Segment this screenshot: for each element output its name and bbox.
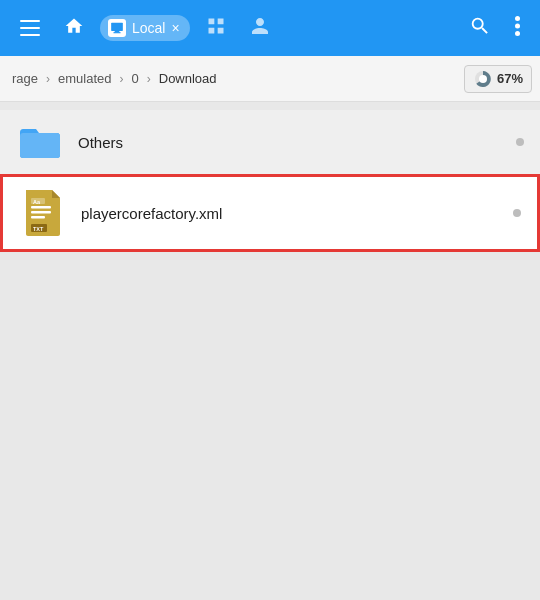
chevron-icon-1: › [44, 72, 52, 86]
file-xml-name: playercorefactory.xml [81, 205, 499, 222]
file-xml-dot [513, 209, 521, 217]
breadcrumb-0[interactable]: 0 [128, 69, 143, 88]
svg-rect-2 [114, 32, 121, 33]
breadcrumb-rage[interactable]: rage [8, 69, 42, 88]
svg-text:Aa: Aa [33, 199, 41, 205]
folder-others-name: Others [78, 134, 502, 151]
xml-file-icon: Aa TXT [19, 187, 67, 239]
app-bar: Local × [0, 0, 540, 56]
svg-rect-9 [31, 211, 51, 214]
chevron-icon-3: › [145, 72, 153, 86]
svg-point-7 [479, 75, 487, 83]
local-tab-label: Local [132, 20, 165, 36]
local-tab[interactable]: Local × [100, 15, 190, 41]
storage-percent: 67% [497, 71, 523, 86]
folder-others[interactable]: Others [0, 110, 540, 174]
more-options-button[interactable] [507, 8, 528, 48]
svg-text:TXT: TXT [33, 226, 44, 232]
folder-icon [16, 120, 64, 164]
svg-point-3 [515, 16, 520, 21]
storage-badge: 67% [464, 65, 532, 93]
svg-rect-0 [111, 23, 123, 31]
file-list: Others Aa TXT playercorefactory.x [0, 102, 540, 260]
svg-point-5 [515, 31, 520, 36]
svg-rect-10 [31, 216, 45, 219]
folder-others-dot [516, 138, 524, 146]
svg-point-4 [515, 24, 520, 29]
home-button[interactable] [56, 8, 92, 48]
chevron-icon-2: › [118, 72, 126, 86]
grid-view-button[interactable] [198, 8, 234, 48]
svg-rect-1 [115, 31, 120, 32]
breadcrumb: rage › emulated › 0 › Download 67% [0, 56, 540, 102]
local-tab-close[interactable]: × [171, 21, 179, 35]
breadcrumb-emulated[interactable]: emulated [54, 69, 115, 88]
local-tab-icon [108, 19, 126, 37]
file-playercorefactory[interactable]: Aa TXT playercorefactory.xml [0, 174, 540, 252]
search-button[interactable] [461, 7, 499, 49]
hamburger-icon[interactable] [12, 12, 48, 44]
storage-pie-chart [473, 69, 493, 89]
breadcrumb-download[interactable]: Download [155, 69, 221, 88]
svg-rect-8 [31, 206, 51, 209]
profile-button[interactable] [242, 8, 278, 48]
